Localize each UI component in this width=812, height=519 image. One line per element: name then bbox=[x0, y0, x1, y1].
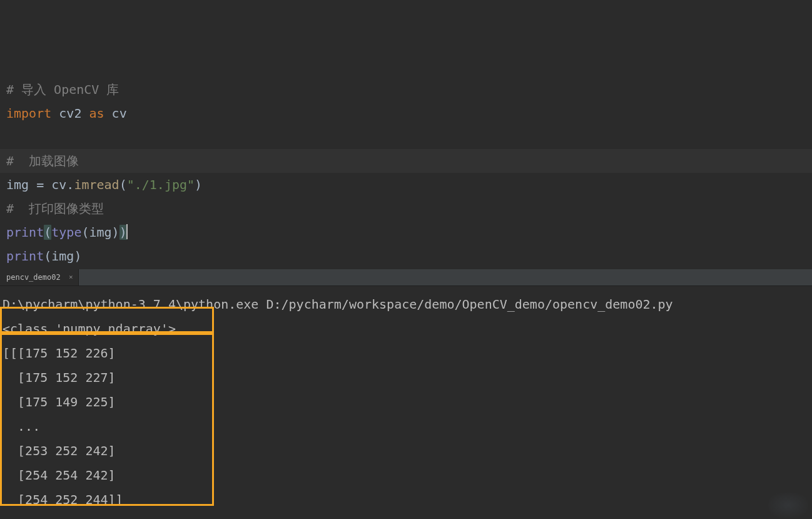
console-line: D:\pycharm\python-3.7.4\python.exe D:/py… bbox=[3, 292, 812, 317]
decorative-blob bbox=[768, 493, 808, 518]
code-line: print(type(img)) bbox=[6, 220, 812, 244]
console-line: [175 152 227] bbox=[3, 366, 812, 390]
console-line: [253 252 242] bbox=[3, 439, 812, 463]
run-tabbar[interactable]: pencv_demo02 × bbox=[0, 269, 812, 286]
console-line: [[[175 152 226] bbox=[3, 341, 812, 366]
console-line: [175 149 225] bbox=[3, 390, 812, 414]
run-tab-label: pencv_demo02 bbox=[6, 273, 61, 282]
console-line: <class 'numpy.ndarray'> bbox=[3, 317, 812, 341]
code-editor[interactable]: # 导入 OpenCV 库import cv2 as cv # 加载图像img … bbox=[0, 0, 812, 269]
console-line: [254 254 242] bbox=[3, 463, 812, 488]
run-tool-window: pencv_demo02 × D:\pycharm\python-3.7.4\p… bbox=[0, 269, 812, 519]
console-line: [254 252 244]] bbox=[3, 488, 812, 512]
code-line bbox=[6, 125, 812, 149]
console-output[interactable]: D:\pycharm\python-3.7.4\python.exe D:/py… bbox=[0, 286, 812, 512]
console-line: ... bbox=[3, 414, 812, 439]
code-line: # 加载图像 bbox=[6, 149, 812, 173]
code-line: print(img) bbox=[6, 244, 812, 268]
code-line: import cv2 as cv bbox=[6, 101, 812, 125]
code-line: # 打印图像类型 bbox=[6, 197, 812, 220]
close-icon[interactable]: × bbox=[69, 269, 73, 285]
run-tab-active[interactable]: pencv_demo02 × bbox=[0, 269, 79, 285]
code-line: # 导入 OpenCV 库 bbox=[6, 78, 812, 101]
code-line: img = cv.imread("./1.jpg") bbox=[6, 173, 812, 197]
